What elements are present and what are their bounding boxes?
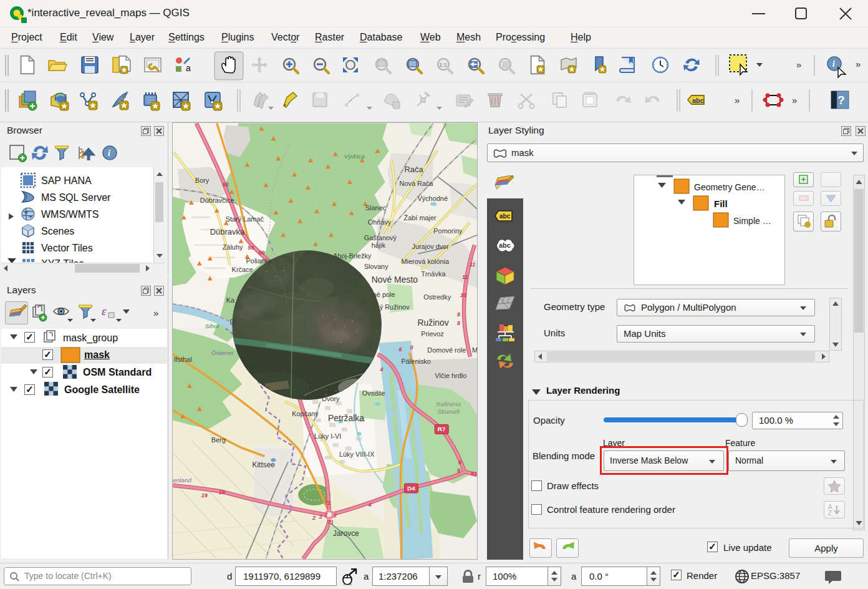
svg-text:a: a <box>186 63 191 73</box>
svg-text:Vlčie hrdlo: Vlčie hrdlo <box>435 372 466 379</box>
svg-text:Pálenisko: Pálenisko <box>401 358 430 365</box>
svg-text:2: 2 <box>312 515 316 521</box>
svg-text:Slanec: Slanec <box>365 204 387 212</box>
svg-text:Scenes: Scenes <box>41 226 74 236</box>
svg-text:Starý Lamač: Starý Lamač <box>226 215 264 223</box>
svg-text:Žabí majer: Žabí majer <box>403 214 436 221</box>
svg-text:Nové Mesto: Nové Mesto <box>372 275 418 285</box>
svg-text:Z: Z <box>828 510 832 517</box>
svg-text:M: M <box>472 346 478 354</box>
svg-text:lfsthal: lfsthal <box>174 356 192 363</box>
svg-text:Bory: Bory <box>195 177 210 184</box>
svg-text:Petržalka: Petržalka <box>328 413 364 423</box>
svg-text:SAP HANA: SAP HANA <box>41 175 92 186</box>
svg-text:»: » <box>735 95 740 105</box>
svg-text:1:1: 1:1 <box>439 62 447 68</box>
svg-text:Ahoj-Briežky: Ahoj-Briežky <box>333 252 372 260</box>
svg-text:4: 4 <box>380 366 383 372</box>
svg-text:Slovnaft: Slovnaft <box>437 408 460 415</box>
svg-text:8: 8 <box>457 311 460 318</box>
svg-text:enland: enland <box>173 477 191 484</box>
svg-text:Ohňavy: Ohňavy <box>368 218 392 226</box>
svg-text:Jarovce: Jarovce <box>333 529 359 538</box>
svg-text:61: 61 <box>471 470 477 477</box>
svg-text:0: 0 <box>410 344 413 351</box>
svg-text:9: 9 <box>457 467 460 474</box>
svg-text:Kopčany: Kopčany <box>292 411 319 418</box>
svg-text:4: 4 <box>368 502 372 508</box>
svg-text:abc: abc <box>692 97 704 104</box>
svg-text:Lúky VIII-IX: Lúky VIII-IX <box>339 450 375 458</box>
svg-text:i: i <box>108 148 110 158</box>
svg-text:Lúky I-VI: Lúky I-VI <box>314 432 341 440</box>
svg-text:10: 10 <box>460 292 466 298</box>
svg-text:Österrei: Österrei <box>211 349 234 356</box>
svg-text:Výdrica: Výdrica <box>344 153 365 160</box>
svg-text:Záluhy: Záluhy <box>223 243 243 251</box>
svg-text:Gaštanový: Gaštanový <box>364 234 397 241</box>
svg-text:71: 71 <box>327 519 334 525</box>
svg-text:Prievoz: Prievoz <box>421 330 443 338</box>
svg-text:Slovany: Slovany <box>364 263 388 270</box>
svg-text:WMS/WMTS: WMS/WMTS <box>41 209 99 220</box>
svg-text:Berg: Berg <box>211 436 226 444</box>
svg-text:MS SQL Server: MS SQL Server <box>41 192 111 203</box>
svg-text:ý Ružinov: ý Ružinov <box>380 303 410 311</box>
svg-text:D: D <box>230 318 235 326</box>
svg-text:Trnávka: Trnávka <box>421 270 446 278</box>
svg-text:»: » <box>856 59 861 69</box>
svg-text:Krčace: Krčace <box>232 266 253 273</box>
svg-text:Mierová kolónia: Mierová kolónia <box>401 258 450 266</box>
svg-text:Domové role: Domové role <box>427 346 466 354</box>
svg-text:Sihot: Sihot <box>205 323 220 329</box>
svg-text:Ka: Ka <box>226 296 235 304</box>
svg-text:Kittsee: Kittsee <box>252 460 275 469</box>
svg-text:2: 2 <box>324 512 327 518</box>
svg-text:XYZ Tiles: XYZ Tiles <box>41 258 84 263</box>
svg-text:Simple …: Simple … <box>733 216 771 226</box>
svg-text:Ružinov: Ružinov <box>417 318 448 328</box>
svg-text:8: 8 <box>457 320 460 326</box>
svg-text:19: 19 <box>219 489 225 495</box>
svg-text:Fill: Fill <box>714 198 728 209</box>
svg-text:hájik: hájik <box>372 241 386 249</box>
svg-text:Rafinéria: Rafinéria <box>436 401 461 407</box>
svg-text:abc: abc <box>499 241 511 249</box>
svg-text:Dúbravčice: Dúbravčice <box>200 197 234 204</box>
svg-text:55: 55 <box>223 182 229 188</box>
svg-text:»: » <box>796 59 801 70</box>
svg-text:19: 19 <box>201 492 208 499</box>
svg-text:né pole: né pole <box>373 291 395 298</box>
svg-text:Dúbravka: Dúbravka <box>210 227 245 236</box>
svg-text:»: » <box>153 308 158 318</box>
svg-text:Pomoriny: Pomoriny <box>433 227 463 235</box>
svg-text:D4: D4 <box>407 485 415 492</box>
svg-text:2: 2 <box>333 512 337 518</box>
svg-text:Geometry Gene…: Geometry Gene… <box>694 182 765 192</box>
svg-text:Rača: Rača <box>404 165 423 174</box>
svg-text:71: 71 <box>324 500 330 506</box>
svg-text:59: 59 <box>258 250 264 256</box>
svg-text:Nová Rača: Nová Rača <box>400 180 434 187</box>
svg-text:i: i <box>832 59 835 69</box>
svg-text:Jurajov dvor: Jurajov dvor <box>412 243 449 250</box>
svg-text:R7: R7 <box>438 426 446 432</box>
svg-text:abc: abc <box>499 213 511 220</box>
svg-text:Polianky: Polianky <box>246 257 272 265</box>
svg-text:Dvory: Dvory <box>322 395 340 402</box>
svg-text:Ovsište: Ovsište <box>362 389 385 397</box>
svg-text:59: 59 <box>248 245 254 251</box>
svg-text:Vector Tiles: Vector Tiles <box>41 243 93 253</box>
svg-text:»: » <box>792 95 797 105</box>
svg-text:?: ? <box>837 94 845 107</box>
svg-text:Ostredky: Ostredky <box>423 293 451 301</box>
svg-text:Východné: Východné <box>417 195 448 202</box>
svg-text:ε: ε <box>102 304 107 318</box>
svg-text:11: 11 <box>470 261 475 268</box>
svg-text:11: 11 <box>462 274 468 280</box>
svg-text:2: 2 <box>319 514 322 520</box>
